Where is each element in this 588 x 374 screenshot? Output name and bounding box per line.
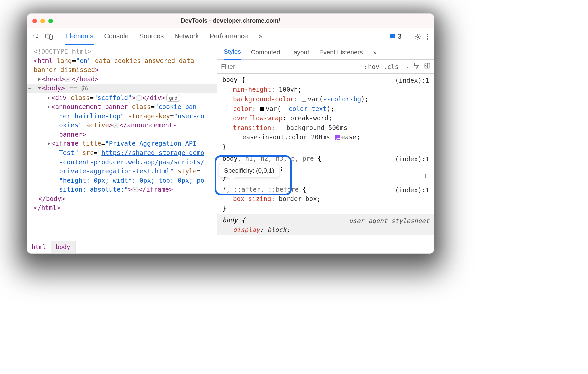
rtabs-overflow[interactable]: » — [373, 45, 377, 59]
dom-div-scaffold[interactable]: <div class="scaffold">⋯</div>grid — [27, 93, 217, 103]
add-property-icon[interactable]: ＋ — [422, 170, 429, 181]
dom-head[interactable]: <head>⋯</head> — [27, 75, 217, 84]
style-rule-body[interactable]: (index):1 body { min-height: 100vh; back… — [217, 74, 434, 152]
tab-elements[interactable]: Elements — [65, 28, 94, 45]
kebab-menu-icon[interactable] — [424, 32, 431, 41]
sidebar-tabs: Styles Computed Layout Event Listeners » — [217, 45, 434, 60]
rtab-layout[interactable]: Layout — [290, 45, 309, 59]
svg-rect-11 — [414, 63, 419, 66]
settings-icon[interactable] — [411, 32, 424, 42]
dom-html-open[interactable]: <html lang="en" data-cookies-answered da… — [27, 56, 217, 75]
grid-badge[interactable]: grid — [166, 94, 180, 102]
style-rule-user-agent[interactable]: user agent stylesheet body { display: bl… — [217, 214, 434, 235]
tab-network[interactable]: Network — [174, 28, 199, 45]
rule-source[interactable]: (index):1 — [395, 154, 429, 164]
svg-point-7 — [427, 38, 428, 40]
rule-source-ua: user agent stylesheet — [349, 216, 429, 226]
rtab-styles[interactable]: Styles — [224, 45, 241, 60]
paint-brush-icon[interactable] — [413, 62, 420, 71]
tabs-overflow[interactable]: » — [258, 28, 263, 45]
dom-html-close[interactable]: </html> — [27, 203, 217, 213]
inspect-icon[interactable] — [30, 32, 42, 42]
titlebar: DevTools - developer.chrome.com/ — [27, 14, 434, 28]
dom-tree[interactable]: <!DOCTYPE html> <html lang="en" data-coo… — [27, 45, 217, 241]
styles-filter-input[interactable] — [221, 63, 360, 70]
issues-count: 3 — [398, 33, 401, 40]
elements-panel: <!DOCTYPE html> <html lang="en" data-coo… — [27, 45, 217, 253]
crumb-body[interactable]: body — [51, 241, 75, 253]
rule-source[interactable]: (index):1 — [395, 185, 429, 195]
styles-rules[interactable]: (index):1 body { min-height: 100vh; back… — [217, 74, 434, 253]
panel-tabs: Elements Console Sources Network Perform… — [65, 28, 263, 45]
main-toolbar: Elements Console Sources Network Perform… — [27, 28, 434, 45]
crumb-html[interactable]: html — [27, 241, 51, 253]
tab-console[interactable]: Console — [103, 28, 129, 45]
rtab-event-listeners[interactable]: Event Listeners — [319, 45, 363, 59]
svg-rect-3 — [50, 35, 52, 39]
svg-point-10 — [407, 67, 408, 68]
cls-toggle[interactable]: .cls — [383, 63, 399, 70]
device-toggle-icon[interactable] — [42, 32, 56, 42]
svg-point-5 — [427, 34, 428, 35]
issues-badge[interactable]: 3 — [387, 32, 404, 41]
window-title: DevTools - developer.chrome.com/ — [27, 17, 434, 24]
style-rule-box-sizing[interactable]: (index):1 *, ::after, ::before { box-siz… — [217, 183, 434, 214]
styles-filter-bar: :hov .cls — [217, 60, 434, 74]
rtab-computed[interactable]: Computed — [251, 45, 280, 59]
svg-point-6 — [427, 36, 428, 37]
styles-panel: Styles Computed Layout Event Listeners »… — [217, 45, 434, 253]
tab-sources[interactable]: Sources — [139, 28, 164, 45]
breadcrumb: html body — [27, 241, 217, 253]
devtools-window: DevTools - developer.chrome.com/ Element… — [27, 13, 434, 254]
new-rule-icon[interactable] — [403, 62, 409, 71]
tab-performance[interactable]: Performance — [209, 28, 249, 45]
specificity-tooltip: Specificity: (0,0,1) — [219, 164, 279, 177]
easing-icon[interactable] — [335, 135, 340, 140]
rule-source[interactable]: (index):1 — [395, 76, 429, 85]
svg-point-4 — [417, 36, 419, 38]
hov-toggle[interactable]: :hov — [364, 63, 379, 70]
dom-announcement-banner[interactable]: <announcement-banner class="cookie-ban n… — [27, 102, 217, 139]
dom-doctype[interactable]: <!DOCTYPE html> — [27, 47, 217, 56]
dom-body-selected[interactable]: <body> == $0 — [27, 84, 217, 93]
dom-iframe[interactable]: <iframe title="Private Aggregation API T… — [27, 139, 217, 194]
computed-toggle-icon[interactable] — [424, 62, 431, 71]
dom-body-close[interactable]: </body> — [27, 194, 217, 204]
